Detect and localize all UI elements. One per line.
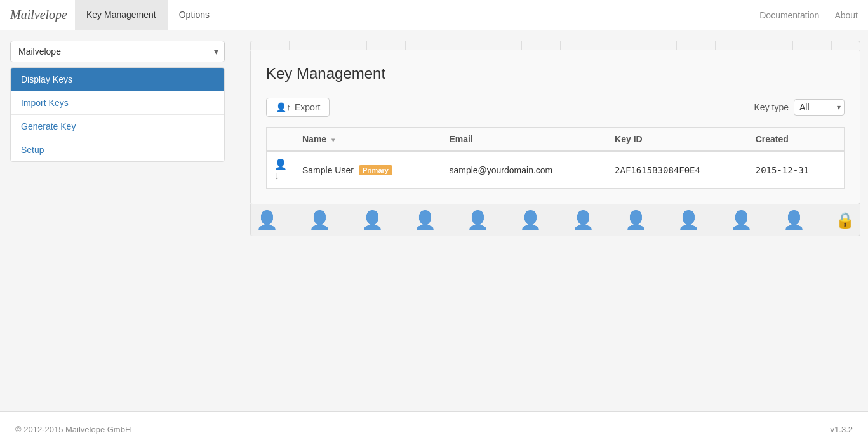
sort-arrow-icon: ▾: [331, 137, 335, 143]
row-key-id: 2AF1615B3084F0E4: [607, 151, 748, 189]
keys-table: Name ▾ Email Key ID Created 👤↓: [266, 127, 845, 189]
name-cell-content: Sample User Primary: [302, 165, 434, 175]
main-layout: Mailvelope ▾ Display Keys Import Keys Ge…: [0, 30, 868, 411]
documentation-link[interactable]: Documentation: [759, 10, 819, 20]
nav-right-links: Documentation About: [759, 10, 858, 20]
lock-icon-3: 👤: [361, 210, 384, 230]
lock-icon-7: 👤: [572, 210, 594, 230]
th-icon: [267, 128, 295, 152]
lock-icon-10: 👤: [730, 210, 752, 230]
sidebar-menu: Display Keys Import Keys Generate Key Se…: [10, 67, 225, 162]
row-name: Sample User: [302, 165, 354, 175]
tab-options[interactable]: Options: [168, 0, 221, 30]
primary-badge: Primary: [359, 165, 392, 175]
top-nav: Mailvelope Key Management Options Docume…: [0, 0, 868, 30]
footer-version: v1.3.2: [831, 425, 853, 434]
toolbar-row: 👤↑ Export Key type All Public Private: [266, 98, 845, 117]
key-type-select[interactable]: All Public Private: [794, 99, 845, 116]
lock-icons-row: 👤 👤 👤 👤 👤 👤 👤 👤 👤 👤 👤 🔒: [251, 210, 860, 230]
content-area: Key Management 👤↑ Export Key type All Pu…: [235, 30, 868, 411]
lock-icon-8: 👤: [625, 210, 647, 230]
nav-tabs: Key Management Options: [75, 0, 221, 30]
panel-top-decoration: [250, 41, 860, 50]
key-type-select-wrapper: All Public Private: [794, 99, 845, 116]
lock-icon-9: 👤: [678, 210, 700, 230]
footer-copyright: © 2012-2015 Mailvelope GmbH: [15, 425, 131, 434]
lock-icon-5: 👤: [467, 210, 489, 230]
lock-icon-4: 👤: [414, 210, 436, 230]
about-link[interactable]: About: [834, 10, 858, 20]
row-name-cell: Sample User Primary: [295, 151, 441, 189]
export-button-label: Export: [295, 102, 320, 112]
table-header: Name ▾ Email Key ID Created: [267, 128, 845, 152]
lock-icon-last: 🔒: [836, 211, 855, 229]
row-created: 2015-12-31: [748, 151, 845, 189]
row-email: sample@yourdomain.com: [441, 151, 607, 189]
key-type-label: Key type: [754, 102, 789, 112]
key-type-row: Key type All Public Private: [754, 99, 845, 116]
sidebar-item-display-keys[interactable]: Display Keys: [11, 68, 224, 91]
th-name-label: Name: [302, 134, 326, 144]
key-panel: Key Management 👤↑ Export Key type All Pu…: [250, 50, 860, 204]
key-user-icon: 👤↓: [274, 159, 287, 181]
sidebar-select[interactable]: Mailvelope: [10, 41, 225, 62]
footer: © 2012-2015 Mailvelope GmbH v1.3.2: [0, 411, 868, 447]
table-body: 👤↓ Sample User Primary sample@yourdomain…: [267, 151, 845, 189]
sidebar-item-setup[interactable]: Setup: [11, 138, 224, 161]
sidebar: Mailvelope ▾ Display Keys Import Keys Ge…: [0, 30, 235, 411]
th-created: Created: [748, 128, 845, 152]
th-email: Email: [441, 128, 607, 152]
panel-bottom-decoration: 👤 👤 👤 👤 👤 👤 👤 👤 👤 👤 👤 🔒: [250, 204, 860, 236]
lock-icon-1: 👤: [256, 210, 278, 230]
export-icon: 👤↑: [276, 102, 291, 112]
th-name[interactable]: Name ▾: [295, 128, 441, 152]
th-key-id: Key ID: [607, 128, 748, 152]
app-logo: Mailvelope: [10, 8, 67, 22]
sidebar-item-generate-key[interactable]: Generate Key: [11, 115, 224, 138]
export-button[interactable]: 👤↑ Export: [266, 98, 330, 117]
table-row[interactable]: 👤↓ Sample User Primary sample@yourdomain…: [267, 151, 845, 189]
sidebar-item-import-keys[interactable]: Import Keys: [11, 91, 224, 115]
panel-title: Key Management: [266, 65, 845, 83]
lock-icon-6: 👤: [519, 210, 542, 230]
row-icon-cell: 👤↓: [267, 151, 295, 189]
sidebar-select-wrapper: Mailvelope ▾: [10, 41, 225, 62]
lock-icon-2: 👤: [309, 210, 331, 230]
tab-key-management[interactable]: Key Management: [75, 0, 168, 30]
lock-icon-11: 👤: [783, 210, 805, 230]
